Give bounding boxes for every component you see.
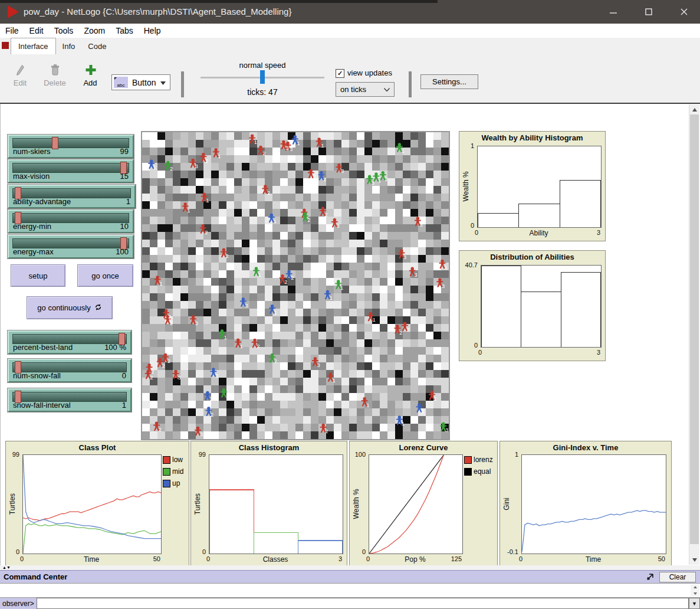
scroll-up-button[interactable] [689,104,699,114]
slider-caption: max-vision15 [13,172,129,181]
slider-value: 100 % [104,343,126,352]
legend-label: up [172,479,180,487]
y-axis-label: Turtles [8,455,17,554]
maximize-icon [645,8,652,15]
output-scroll-down[interactable] [691,591,699,597]
y-axis-label: Turtles [193,455,202,554]
button-label: go once [91,271,119,280]
slider-value: 99 [120,147,129,156]
slider-num-skiers[interactable]: num-skiers99 [8,135,134,158]
slider-percent-best-land[interactable]: percent-best-land100 % [8,330,132,354]
y-axis-max-tick: 40.7 [459,261,478,269]
arrow-up-icon [692,108,697,112]
clear-button[interactable]: Clear [659,572,696,582]
tabs-row: InterfaceInfoCode [11,38,113,54]
edit-widget-button[interactable]: Edit [9,64,31,87]
plot-gini: Gini-Index v. Time1-0.1050TimeGini [499,441,672,565]
toolbar-separator [181,71,184,97]
go-continuously-button[interactable]: go continuously [27,296,113,319]
slider-caption: percent-best-land100 % [13,343,126,352]
arrow-down-icon [692,558,697,562]
x-axis-label: Ability [477,229,600,237]
slider-energy-max[interactable]: energy-max100 [8,235,134,258]
delete-widget-button[interactable]: Delete [42,64,67,87]
tab-code[interactable]: Code [81,38,113,54]
menu-item-zoom[interactable]: Zoom [78,24,110,37]
world-canvas[interactable] [142,132,449,439]
setup-button[interactable]: setup [11,264,65,287]
button-widget-icon: abc [114,77,128,88]
tab-interface[interactable]: Interface [11,38,56,55]
command-input[interactable] [37,598,689,609]
netlogo-logo-icon [8,5,19,18]
plot-title: Gini-Index v. Time [500,443,671,452]
slider-name: energy-max [13,247,54,256]
close-icon [681,8,688,15]
view-updates-checkbox[interactable]: ✓ [336,69,344,78]
x-axis-max-tick: 3 [585,349,600,356]
update-mode-value: on ticks [340,85,366,94]
tab-info[interactable]: Info [56,38,82,54]
minimize-button[interactable] [597,0,629,24]
menu-item-edit[interactable]: Edit [24,24,49,37]
settings-label: Settings... [432,77,466,86]
widget-type-dropdown[interactable]: abc Button [111,74,170,90]
legend-swatch [464,468,472,476]
command-history-button[interactable]: ▼ [689,598,700,609]
view-updates-label: view updates [347,68,392,77]
go-once-button[interactable]: go once [77,264,133,287]
x-axis-label: Time [521,555,665,564]
output-scroll-up[interactable] [691,584,699,590]
pencil-icon [16,64,25,77]
plot-canvas [481,265,602,348]
menu-item-file[interactable]: File [0,24,24,37]
slider-value: 1 [126,197,130,206]
vertical-scrollbar[interactable] [689,104,699,565]
speed-slider-handle[interactable] [260,70,265,84]
command-center-splitter[interactable]: ▲▼ [0,565,700,570]
interface-canvas: num-skiers99max-vision15ability-advantag… [0,104,700,565]
plot-class-hist: Class Histogram99003ClassesTurtles [190,441,347,565]
plot-canvas [521,454,666,554]
y-axis-label: Gini [502,455,511,554]
y-axis-label: Wealth % [462,146,470,227]
legend-item-equal: equal [464,467,491,476]
scroll-down-button[interactable] [689,555,699,565]
legend-label: lorenz [474,456,493,464]
speed-label: normal speed [201,61,324,70]
legend-item-lorenz: lorenz [464,456,493,464]
command-center-title: Command Center [4,572,67,581]
menu-item-help[interactable]: Help [139,24,166,37]
update-mode-dropdown[interactable]: on ticks [336,82,395,97]
command-center-export-button[interactable] [645,572,655,582]
plot-title: Lorenz Curve [350,443,497,452]
output-scrollbar[interactable] [691,584,699,597]
command-center-output[interactable] [0,583,700,598]
menu-item-tools[interactable]: Tools [49,24,79,37]
widget-type-value: Button [132,78,156,87]
slider-energy-min[interactable]: energy-min10 [8,209,134,233]
slider-snow-fall-interval[interactable]: snow-fall-interval1 [8,388,132,412]
slider-ability-advantage[interactable]: ability-advantage1 [8,185,136,208]
slider-name: energy-min [13,222,51,231]
close-button[interactable] [668,0,700,24]
world-view[interactable] [141,131,450,440]
add-widget-button[interactable]: Add [80,64,100,87]
plot-canvas [477,146,602,228]
slider-num-snow-fall[interactable]: num-snow-fall0 [8,359,132,382]
x-axis-label: Classes [209,555,342,564]
scrollbar-thumb[interactable] [690,114,699,544]
menu-item-tabs[interactable]: Tabs [110,24,139,37]
settings-button[interactable]: Settings... [420,74,478,89]
slider-name: num-snow-fall [13,371,61,380]
slider-value: 15 [120,172,129,181]
model-icon [2,42,9,49]
slider-value: 0 [122,371,126,380]
toolbar-separator [409,71,412,97]
title-bar: pow_day - NetLogo {C:\Users\murph\DSTI\A… [0,0,700,24]
arrow-up-icon [694,586,697,588]
maximize-button[interactable] [633,0,665,24]
slider-caption: ability-advantage1 [13,197,130,206]
legend-item-up: up [163,479,180,487]
slider-max-vision[interactable]: max-vision15 [8,159,134,183]
